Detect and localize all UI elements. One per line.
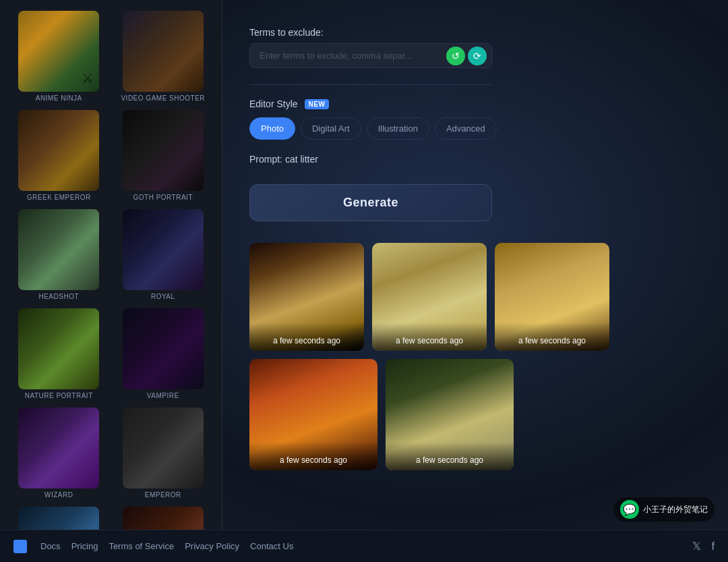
new-badge: NEW: [305, 99, 330, 109]
footer-social: 𝕏f: [690, 540, 715, 553]
sidebar-label-anime-ninja: ANIME NINJA: [36, 94, 82, 102]
sidebar-image-wizard: [18, 408, 99, 488]
input-action-icons: ↺ ⟳: [446, 47, 487, 65]
editor-style-label: Editor Style: [249, 99, 298, 109]
sidebar-item-vampire[interactable]: VAMPIRE: [115, 308, 212, 399]
rotate-icon-btn[interactable]: ↺: [446, 47, 465, 65]
sidebar-item-emperor[interactable]: EMPEROR: [115, 408, 212, 499]
image-card-cat5[interactable]: a few seconds ago: [386, 359, 514, 470]
sidebar-image-headshot: [18, 209, 99, 290]
sidebar-label-headshot: HEADSHOT: [38, 293, 79, 300]
style-btn-advanced[interactable]: Advanced: [435, 117, 497, 140]
sidebar-item-greek-emperor[interactable]: GREEK EMPEROR: [11, 110, 107, 201]
content-area: Terms to exclude: ↺ ⟳: [222, 0, 728, 562]
generate-button[interactable]: Generate: [249, 184, 492, 221]
image-timestamp-cat3: a few seconds ago: [495, 322, 609, 351]
sidebar-label-goth-portrait: GOTH PORTRAIT: [133, 194, 193, 201]
image-timestamp-cat4: a few seconds ago: [249, 442, 377, 470]
sidebar-label-emperor: EMPEROR: [145, 491, 181, 499]
footer-links: DocsPricingTerms of ServicePrivacy Polic…: [40, 541, 293, 551]
footer: DocsPricingTerms of ServicePrivacy Polic…: [0, 530, 728, 562]
style-btn-photo[interactable]: Photo: [249, 117, 295, 140]
footer-link-pricing[interactable]: Pricing: [71, 541, 98, 551]
wechat-icon: 💬: [620, 500, 639, 519]
style-btn-illustration[interactable]: Illustration: [367, 117, 429, 140]
images-grid: a few seconds agoa few seconds agoa few …: [249, 243, 701, 484]
sidebar-label-vampire: VAMPIRE: [147, 392, 179, 399]
sidebar-image-greek-emperor: [18, 110, 99, 191]
image-card-cat4[interactable]: a few seconds ago: [249, 359, 377, 470]
terms-input-wrapper: ↺ ⟳: [249, 43, 492, 68]
sidebar-image-video-game-shooter: [123, 11, 204, 92]
image-timestamp-cat5: a few seconds ago: [386, 442, 514, 470]
prompt-section: Prompt: cat litter: [249, 153, 701, 165]
sidebar-image-vampire: [123, 308, 204, 389]
rotate-icon: ↺: [452, 51, 460, 61]
image-card-cat3[interactable]: a few seconds ago: [495, 243, 609, 351]
image-timestamp-cat2: a few seconds ago: [372, 322, 487, 351]
sidebar-item-anime-ninja[interactable]: ANIME NINJA: [11, 11, 107, 102]
sidebar-item-wizard[interactable]: WIZARD: [11, 408, 107, 499]
main-container: ANIME NINJAVIDEO GAME SHOOTERGREEK EMPER…: [0, 0, 728, 562]
sidebar-item-goth-portrait[interactable]: GOTH PORTRAIT: [115, 110, 212, 201]
refresh-icon-btn[interactable]: ⟳: [468, 47, 487, 65]
editor-style-header: Editor Style NEW: [249, 99, 701, 109]
sidebar-label-greek-emperor: GREEK EMPEROR: [27, 194, 91, 201]
footer-social-facebook[interactable]: f: [712, 540, 715, 553]
sidebar-image-anime-ninja: [18, 11, 99, 92]
sidebar-label-royal: ROYAL: [151, 293, 175, 300]
sidebar-label-wizard: WIZARD: [44, 491, 73, 499]
prompt-value: cat litter: [285, 154, 318, 165]
separator: [249, 84, 492, 85]
sidebar-image-goth-portrait: [123, 110, 204, 191]
footer-logo: [13, 540, 27, 553]
style-btn-digital-art[interactable]: Digital Art: [301, 117, 361, 140]
image-timestamp-cat1: a few seconds ago: [249, 322, 364, 351]
image-card-cat2[interactable]: a few seconds ago: [372, 243, 487, 351]
sidebar-item-headshot[interactable]: HEADSHOT: [11, 209, 107, 300]
sidebar-item-nature-portrait[interactable]: NATURE PORTRAIT: [11, 308, 107, 399]
image-card-cat1[interactable]: a few seconds ago: [249, 243, 364, 351]
sidebar-image-royal: [123, 209, 204, 290]
terms-label: Terms to exclude:: [249, 27, 701, 38]
content-scroll: Terms to exclude: ↺ ⟳: [222, 0, 728, 562]
terms-exclude-section: Terms to exclude: ↺ ⟳: [249, 27, 701, 68]
sidebar: ANIME NINJAVIDEO GAME SHOOTERGREEK EMPER…: [0, 0, 222, 562]
footer-link-terms[interactable]: Terms of Service: [109, 541, 174, 551]
footer-social-twitter[interactable]: 𝕏: [692, 540, 701, 553]
prompt-label: Prompt: cat litter: [249, 154, 318, 165]
style-buttons: PhotoDigital ArtIllustrationAdvanced: [249, 117, 701, 140]
footer-link-docs[interactable]: Docs: [40, 541, 61, 551]
watermark: 💬 小王子的外贸笔记: [613, 497, 715, 522]
sidebar-image-emperor: [123, 408, 204, 488]
sidebar-label-video-game-shooter: VIDEO GAME SHOOTER: [121, 94, 205, 102]
watermark-text: 小王子的外贸笔记: [643, 504, 708, 515]
sidebar-item-video-game-shooter[interactable]: VIDEO GAME SHOOTER: [115, 11, 212, 102]
editor-style-section: Editor Style NEW PhotoDigital ArtIllustr…: [249, 99, 701, 140]
images-row-1: a few seconds agoa few seconds ago: [249, 359, 701, 470]
refresh-icon: ⟳: [473, 51, 481, 61]
footer-link-privacy[interactable]: Privacy Policy: [185, 541, 239, 551]
footer-link-contact[interactable]: Contact Us: [250, 541, 293, 551]
sidebar-label-nature-portrait: NATURE PORTRAIT: [25, 392, 93, 399]
sidebar-item-royal[interactable]: ROYAL: [115, 209, 212, 300]
images-row-0: a few seconds agoa few seconds agoa few …: [249, 243, 701, 351]
sidebar-image-nature-portrait: [18, 308, 99, 389]
